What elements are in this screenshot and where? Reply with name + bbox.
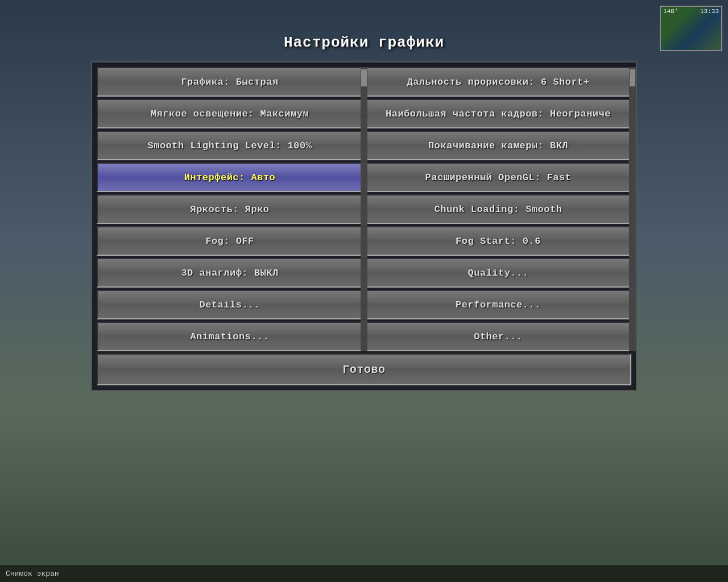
btn-max-framerate[interactable]: Наибольшая частота кадров: Неограниче: [365, 99, 631, 128]
btn-render-distance[interactable]: Дальность прорисовки: 6 Short+: [365, 67, 631, 97]
btn-interface[interactable]: Интерфейс: Авто: [97, 163, 363, 192]
btn-animations[interactable]: Animations...: [97, 322, 363, 351]
btn-brightness[interactable]: Яркость: Ярко: [97, 194, 363, 224]
btn-advanced-opengl[interactable]: Расширенный OpenGL: Fast: [365, 163, 631, 192]
left-column: Графика: БыстраяМягкое освещение: Максим…: [97, 67, 363, 351]
btn-graphics[interactable]: Графика: Быстрая: [97, 67, 363, 97]
dialog-overlay: Настройки графики Графика: БыстраяМягкое…: [0, 0, 728, 582]
btn-fog[interactable]: Fog: OFF: [97, 226, 363, 256]
right-scrollbar[interactable]: [629, 67, 636, 351]
btn-camera-sway[interactable]: Покачивание камеры: ВКЛ: [365, 131, 631, 160]
btn-fog-start[interactable]: Fog Start: 0.6: [365, 226, 631, 256]
left-scrollbar[interactable]: [361, 67, 367, 351]
dialog-panel: Графика: БыстраяМягкое освещение: Максим…: [91, 61, 637, 391]
btn-chunk-loading[interactable]: Chunk Loading: Smooth: [365, 194, 631, 224]
done-row: Готово: [97, 354, 631, 385]
bottom-text: Снимок экран: [6, 569, 59, 578]
right-column: Дальность прорисовки: 6 Short+Наибольшая…: [365, 67, 631, 351]
btn-smooth-lighting-level[interactable]: Smooth Lighting Level: 100%: [97, 131, 363, 160]
btn-performance[interactable]: Performance...: [365, 290, 631, 319]
dialog-title: Настройки графики: [284, 34, 444, 51]
btn-details[interactable]: Details...: [97, 290, 363, 319]
done-button[interactable]: Готово: [97, 354, 631, 385]
settings-grid: Графика: БыстраяМягкое освещение: Максим…: [97, 67, 631, 351]
bottom-bar: Снимок экран: [0, 565, 728, 582]
btn-other[interactable]: Other...: [365, 322, 631, 351]
btn-quality[interactable]: Quality...: [365, 258, 631, 288]
btn-soft-lighting[interactable]: Мягкое освещение: Максимум: [97, 99, 363, 128]
btn-3d-anaglyph[interactable]: 3D анаглиф: ВЫКЛ: [97, 258, 363, 288]
